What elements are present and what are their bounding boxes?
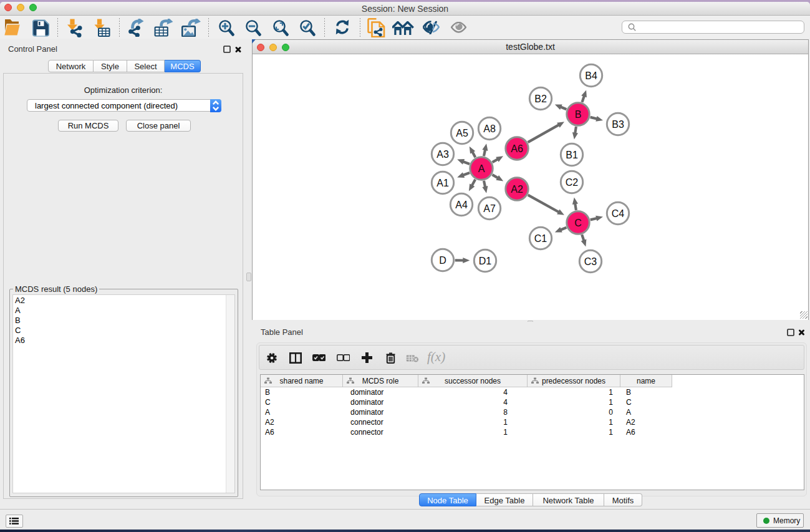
svg-text:C4: C4 [612, 208, 625, 219]
svg-text:B2: B2 [534, 94, 547, 104]
svg-text:A7: A7 [483, 203, 496, 214]
svg-text:B4: B4 [585, 70, 597, 81]
svg-text:D: D [439, 255, 446, 266]
svg-text:C2: C2 [566, 177, 579, 188]
svg-text:A1: A1 [436, 178, 449, 188]
svg-text:B1: B1 [566, 150, 578, 160]
svg-text:C3: C3 [584, 256, 597, 267]
svg-text:A4: A4 [455, 200, 468, 210]
svg-text:C: C [574, 218, 582, 228]
svg-text:B: B [575, 109, 582, 120]
svg-text:A6: A6 [511, 143, 523, 154]
svg-text:A3: A3 [436, 149, 449, 160]
svg-text:A: A [478, 163, 485, 174]
svg-text:C1: C1 [534, 233, 547, 244]
svg-text:A2: A2 [511, 184, 523, 195]
svg-text:A5: A5 [456, 128, 468, 138]
svg-text:A8: A8 [483, 123, 496, 134]
svg-text:B3: B3 [612, 119, 624, 130]
svg-text:D1: D1 [479, 256, 492, 266]
